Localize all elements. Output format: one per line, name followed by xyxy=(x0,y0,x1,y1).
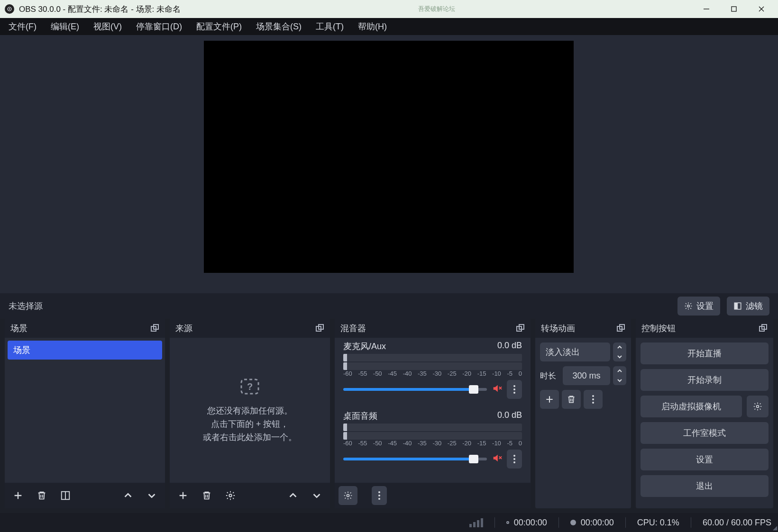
sources-dock: 来源 ? 您还没有添加任何源。 点击下面的 + 按钮， 或者右击此处添加一个。 xyxy=(170,319,330,508)
studio-mode-button[interactable]: 工作室模式 xyxy=(641,422,769,444)
source-filters-button[interactable]: 滤镜 xyxy=(727,297,769,316)
virtual-cam-button[interactable]: 启动虚拟摄像机 xyxy=(641,396,742,417)
maximize-button[interactable] xyxy=(720,0,748,18)
source-remove-button[interactable] xyxy=(197,486,216,505)
start-record-button[interactable]: 开始录制 xyxy=(641,369,769,391)
scene-move-down-button[interactable] xyxy=(142,486,161,505)
preview-area[interactable] xyxy=(0,35,778,293)
mixer-channel-name: 麦克风/Aux xyxy=(343,341,497,352)
duration-label: 时长 xyxy=(540,370,560,381)
chevron-down-icon xyxy=(613,376,626,385)
svg-rect-9 xyxy=(734,303,738,309)
popout-icon[interactable] xyxy=(617,324,625,333)
chevron-down-icon xyxy=(146,490,157,501)
transition-select-spinner[interactable] xyxy=(613,343,626,361)
chevron-up-icon xyxy=(613,366,626,376)
popout-icon[interactable] xyxy=(759,324,768,333)
svg-point-18 xyxy=(229,494,232,497)
popout-icon[interactable] xyxy=(516,324,525,333)
close-button[interactable] xyxy=(748,0,775,18)
start-stream-button[interactable]: 开始直播 xyxy=(641,343,769,364)
cpu-usage: CPU: 0.1% xyxy=(637,518,679,528)
mixer-options-button[interactable] xyxy=(507,380,522,399)
scene-add-button[interactable] xyxy=(9,486,27,505)
sources-list[interactable]: ? 您还没有添加任何源。 点击下面的 + 按钮， 或者右击此处添加一个。 xyxy=(170,338,330,483)
chevron-up-icon xyxy=(123,490,133,501)
stream-indicator-icon xyxy=(506,521,509,524)
svg-point-2 xyxy=(9,9,10,10)
mixer-menu-button[interactable] xyxy=(372,486,387,505)
duration-spinner[interactable] xyxy=(613,366,626,385)
menu-scene-collection[interactable]: 场景集合(S) xyxy=(256,21,302,32)
chevron-up-icon xyxy=(288,490,298,501)
stream-time: 00:00:00 xyxy=(514,518,547,528)
settings-button[interactable]: 设置 xyxy=(641,449,769,470)
chevron-down-icon xyxy=(311,490,322,501)
volume-slider[interactable] xyxy=(343,388,487,391)
menu-tools[interactable]: 工具(T) xyxy=(316,21,344,32)
transition-select[interactable]: 淡入淡出 xyxy=(540,343,610,361)
menu-help[interactable]: 帮助(H) xyxy=(358,21,387,32)
window-title: OBS 30.0.0 - 配置文件: 未命名 - 场景: 未命名 xyxy=(19,4,181,15)
audio-meter xyxy=(343,362,522,370)
exit-button[interactable]: 退出 xyxy=(641,475,769,497)
transition-add-button[interactable] xyxy=(540,390,559,409)
popout-icon[interactable] xyxy=(151,324,159,333)
plus-icon xyxy=(545,395,554,404)
dock-title-transitions: 转场动画 xyxy=(541,323,575,334)
svg-point-30 xyxy=(757,406,759,408)
obs-logo-icon xyxy=(5,4,14,14)
volume-slider[interactable] xyxy=(343,458,487,460)
source-settings-button[interactable]: 设置 xyxy=(677,297,720,316)
menu-dock[interactable]: 停靠窗口(D) xyxy=(136,21,182,32)
fps: 60.00 / 60.00 FPS xyxy=(703,518,771,528)
svg-point-7 xyxy=(687,305,690,307)
minimize-button[interactable] xyxy=(693,0,720,18)
plus-icon xyxy=(13,490,23,501)
menu-view[interactable]: 视图(V) xyxy=(93,21,122,32)
dock-title-controls: 控制按钮 xyxy=(641,323,676,334)
duration-input[interactable]: 300 ms xyxy=(563,366,610,385)
audio-meter xyxy=(343,354,522,361)
mute-button[interactable] xyxy=(492,383,502,396)
source-move-up-button[interactable] xyxy=(284,486,302,505)
menu-edit[interactable]: 编辑(E) xyxy=(51,21,79,32)
scene-filter-button[interactable] xyxy=(56,486,75,505)
source-add-button[interactable] xyxy=(174,486,192,505)
scene-remove-button[interactable] xyxy=(32,486,51,505)
mixer-channel: 麦克风/Aux 0.0 dB -60-55-50-45-40-35-30-25-… xyxy=(343,341,522,399)
controls-dock: 控制按钮 开始直播 开始录制 启动虚拟摄像机 工作室模式 设置 退出 xyxy=(636,319,773,508)
svg-rect-4 xyxy=(732,7,736,11)
transition-properties-button[interactable] xyxy=(584,390,603,409)
mixer-channel: 桌面音频 0.0 dB -60-55-50-45-40-35-30-25-20-… xyxy=(343,410,522,469)
mixer-dock: 混音器 麦克风/Aux 0.0 dB -60-55-50-45-40-35-30… xyxy=(335,319,531,508)
scene-divider-icon xyxy=(60,490,71,501)
svg-text:?: ? xyxy=(247,381,253,392)
mixer-advanced-button[interactable] xyxy=(339,486,357,505)
transition-remove-button[interactable] xyxy=(562,390,581,409)
menu-profile[interactable]: 配置文件(P) xyxy=(196,21,242,32)
audio-meter xyxy=(343,432,522,440)
scenes-list[interactable]: 场景 xyxy=(5,338,165,483)
mixer-channel-db: 0.0 dB xyxy=(497,341,522,352)
virtual-cam-settings-button[interactable] xyxy=(747,396,769,417)
source-properties-button[interactable] xyxy=(221,486,240,505)
transitions-dock: 转场动画 淡入淡出 时长 300 ms xyxy=(535,319,631,508)
audio-meter xyxy=(343,424,522,431)
speaker-mute-icon xyxy=(492,383,502,394)
source-move-down-button[interactable] xyxy=(307,486,326,505)
trash-icon xyxy=(201,490,212,501)
mixer-options-button[interactable] xyxy=(507,450,522,469)
resize-grip-icon[interactable]: ◢ xyxy=(773,524,777,531)
menu-file[interactable]: 文件(F) xyxy=(9,21,37,32)
mixer-ticks: -60-55-50-45-40-35-30-25-20-15-10-50 xyxy=(343,370,522,377)
scene-item[interactable]: 场景 xyxy=(8,341,162,360)
scene-move-up-button[interactable] xyxy=(119,486,137,505)
mute-button[interactable] xyxy=(492,453,502,466)
trash-icon xyxy=(567,395,576,404)
popout-icon[interactable] xyxy=(316,324,324,333)
preview-canvas[interactable] xyxy=(204,41,574,273)
chevron-down-icon xyxy=(613,352,626,361)
menubar: 文件(F) 编辑(E) 视图(V) 停靠窗口(D) 配置文件(P) 场景集合(S… xyxy=(0,18,778,35)
svg-point-25 xyxy=(347,495,349,497)
